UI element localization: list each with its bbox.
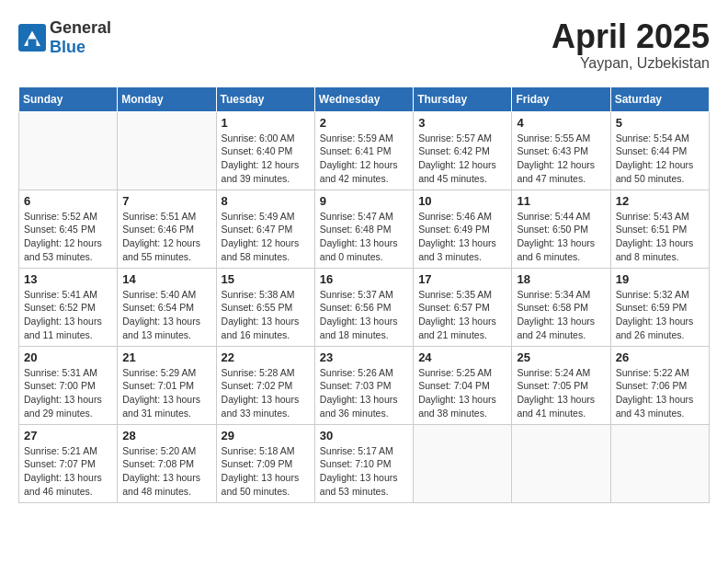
day-detail: Sunrise: 5:37 AM Sunset: 6:56 PM Dayligh… bbox=[320, 288, 408, 342]
day-number: 17 bbox=[418, 272, 506, 286]
day-detail: Sunrise: 5:59 AM Sunset: 6:41 PM Dayligh… bbox=[320, 132, 408, 186]
day-detail: Sunrise: 5:21 AM Sunset: 7:07 PM Dayligh… bbox=[24, 444, 112, 499]
calendar-cell: 10Sunrise: 5:46 AM Sunset: 6:49 PM Dayli… bbox=[414, 190, 512, 268]
day-detail: Sunrise: 5:38 AM Sunset: 6:55 PM Dayligh… bbox=[222, 288, 310, 342]
calendar-cell: 28Sunrise: 5:20 AM Sunset: 7:08 PM Dayli… bbox=[118, 424, 216, 502]
day-detail: Sunrise: 5:49 AM Sunset: 6:47 PM Dayligh… bbox=[222, 210, 310, 264]
calendar-cell: 22Sunrise: 5:28 AM Sunset: 7:02 PM Dayli… bbox=[216, 346, 314, 424]
day-detail: Sunrise: 5:28 AM Sunset: 7:02 PM Dayligh… bbox=[222, 366, 310, 420]
calendar-cell: 19Sunrise: 5:32 AM Sunset: 6:59 PM Dayli… bbox=[610, 268, 709, 346]
day-number: 21 bbox=[122, 350, 210, 364]
day-number: 19 bbox=[616, 272, 704, 286]
day-number: 3 bbox=[418, 116, 506, 130]
day-detail: Sunrise: 5:20 AM Sunset: 7:08 PM Dayligh… bbox=[122, 444, 210, 499]
logo-blue: Blue bbox=[50, 38, 111, 57]
day-number: 1 bbox=[222, 116, 310, 130]
calendar-cell: 7Sunrise: 5:51 AM Sunset: 6:46 PM Daylig… bbox=[118, 190, 216, 268]
day-detail: Sunrise: 6:00 AM Sunset: 6:40 PM Dayligh… bbox=[222, 132, 310, 186]
day-detail: Sunrise: 5:55 AM Sunset: 6:43 PM Dayligh… bbox=[517, 132, 605, 186]
calendar-cell: 2Sunrise: 5:59 AM Sunset: 6:41 PM Daylig… bbox=[314, 111, 413, 190]
month-title: April 2025 bbox=[552, 18, 710, 55]
calendar-cell: 26Sunrise: 5:22 AM Sunset: 7:06 PM Dayli… bbox=[610, 346, 709, 424]
day-detail: Sunrise: 5:17 AM Sunset: 7:10 PM Dayligh… bbox=[320, 444, 408, 499]
day-number: 16 bbox=[320, 272, 408, 286]
day-number: 13 bbox=[24, 272, 112, 286]
calendar-cell bbox=[512, 424, 610, 502]
weekday-header-tuesday: Tuesday bbox=[216, 86, 314, 111]
calendar-cell: 8Sunrise: 5:49 AM Sunset: 6:47 PM Daylig… bbox=[216, 190, 314, 268]
day-detail: Sunrise: 5:31 AM Sunset: 7:00 PM Dayligh… bbox=[24, 366, 112, 420]
calendar-cell: 4Sunrise: 5:55 AM Sunset: 6:43 PM Daylig… bbox=[512, 111, 610, 190]
day-detail: Sunrise: 5:43 AM Sunset: 6:51 PM Dayligh… bbox=[616, 210, 704, 264]
day-number: 6 bbox=[24, 194, 112, 208]
calendar-cell: 12Sunrise: 5:43 AM Sunset: 6:51 PM Dayli… bbox=[610, 190, 709, 268]
day-number: 29 bbox=[222, 429, 310, 442]
day-detail: Sunrise: 5:35 AM Sunset: 6:57 PM Dayligh… bbox=[418, 288, 506, 342]
day-number: 30 bbox=[320, 429, 408, 442]
day-detail: Sunrise: 5:32 AM Sunset: 6:59 PM Dayligh… bbox=[616, 288, 704, 342]
day-number: 7 bbox=[122, 194, 210, 208]
day-detail: Sunrise: 5:26 AM Sunset: 7:03 PM Dayligh… bbox=[320, 366, 408, 420]
weekday-header-saturday: Saturday bbox=[610, 86, 709, 111]
day-detail: Sunrise: 5:51 AM Sunset: 6:46 PM Dayligh… bbox=[122, 210, 210, 264]
calendar-cell: 16Sunrise: 5:37 AM Sunset: 6:56 PM Dayli… bbox=[314, 268, 413, 346]
week-row-1: 1Sunrise: 6:00 AM Sunset: 6:40 PM Daylig… bbox=[19, 111, 710, 190]
calendar-cell: 21Sunrise: 5:29 AM Sunset: 7:01 PM Dayli… bbox=[118, 346, 216, 424]
day-number: 5 bbox=[616, 116, 704, 130]
calendar-cell bbox=[610, 424, 709, 502]
day-number: 14 bbox=[122, 272, 210, 286]
calendar-cell: 15Sunrise: 5:38 AM Sunset: 6:55 PM Dayli… bbox=[216, 268, 314, 346]
day-number: 26 bbox=[616, 350, 704, 364]
day-number: 15 bbox=[222, 272, 310, 286]
week-row-3: 13Sunrise: 5:41 AM Sunset: 6:52 PM Dayli… bbox=[19, 268, 710, 346]
day-detail: Sunrise: 5:24 AM Sunset: 7:05 PM Dayligh… bbox=[517, 366, 605, 420]
day-number: 28 bbox=[122, 429, 210, 442]
location: Yaypan, Uzbekistan bbox=[552, 55, 710, 72]
day-detail: Sunrise: 5:18 AM Sunset: 7:09 PM Dayligh… bbox=[222, 444, 310, 499]
day-number: 18 bbox=[517, 272, 605, 286]
day-detail: Sunrise: 5:41 AM Sunset: 6:52 PM Dayligh… bbox=[24, 288, 112, 342]
weekday-header-sunday: Sunday bbox=[19, 86, 118, 111]
day-number: 8 bbox=[222, 194, 310, 208]
logo-icon bbox=[18, 24, 46, 52]
calendar-cell: 9Sunrise: 5:47 AM Sunset: 6:48 PM Daylig… bbox=[314, 190, 413, 268]
calendar-cell: 3Sunrise: 5:57 AM Sunset: 6:42 PM Daylig… bbox=[414, 111, 512, 190]
day-detail: Sunrise: 5:52 AM Sunset: 6:45 PM Dayligh… bbox=[24, 210, 112, 264]
day-detail: Sunrise: 5:29 AM Sunset: 7:01 PM Dayligh… bbox=[122, 366, 210, 420]
day-number: 20 bbox=[24, 350, 112, 364]
logo-general: General bbox=[50, 18, 111, 38]
calendar-cell: 5Sunrise: 5:54 AM Sunset: 6:44 PM Daylig… bbox=[610, 111, 709, 190]
week-row-4: 20Sunrise: 5:31 AM Sunset: 7:00 PM Dayli… bbox=[19, 346, 710, 424]
calendar-cell: 25Sunrise: 5:24 AM Sunset: 7:05 PM Dayli… bbox=[512, 346, 610, 424]
day-number: 2 bbox=[320, 116, 408, 130]
day-detail: Sunrise: 5:54 AM Sunset: 6:44 PM Dayligh… bbox=[616, 132, 704, 186]
day-number: 4 bbox=[517, 116, 605, 130]
calendar-cell bbox=[414, 424, 512, 502]
day-number: 10 bbox=[418, 194, 506, 208]
day-number: 11 bbox=[517, 194, 605, 208]
calendar-cell: 1Sunrise: 6:00 AM Sunset: 6:40 PM Daylig… bbox=[216, 111, 314, 190]
day-detail: Sunrise: 5:57 AM Sunset: 6:42 PM Dayligh… bbox=[418, 132, 506, 186]
calendar-cell: 24Sunrise: 5:25 AM Sunset: 7:04 PM Dayli… bbox=[414, 346, 512, 424]
page-header: General Blue April 2025 Yaypan, Uzbekist… bbox=[18, 18, 710, 72]
day-detail: Sunrise: 5:22 AM Sunset: 7:06 PM Dayligh… bbox=[616, 366, 704, 420]
day-detail: Sunrise: 5:44 AM Sunset: 6:50 PM Dayligh… bbox=[517, 210, 605, 264]
svg-rect-2 bbox=[28, 40, 37, 47]
weekday-header-friday: Friday bbox=[512, 86, 610, 111]
calendar-cell bbox=[19, 111, 118, 190]
calendar-cell: 27Sunrise: 5:21 AM Sunset: 7:07 PM Dayli… bbox=[19, 424, 118, 502]
calendar-cell: 20Sunrise: 5:31 AM Sunset: 7:00 PM Dayli… bbox=[19, 346, 118, 424]
logo: General Blue bbox=[18, 18, 111, 57]
calendar-cell bbox=[118, 111, 216, 190]
day-number: 23 bbox=[320, 350, 408, 364]
calendar-cell: 17Sunrise: 5:35 AM Sunset: 6:57 PM Dayli… bbox=[414, 268, 512, 346]
logo-text: General Blue bbox=[50, 18, 111, 57]
calendar-cell: 30Sunrise: 5:17 AM Sunset: 7:10 PM Dayli… bbox=[314, 424, 413, 502]
calendar-cell: 23Sunrise: 5:26 AM Sunset: 7:03 PM Dayli… bbox=[314, 346, 413, 424]
weekday-header-thursday: Thursday bbox=[414, 86, 512, 111]
day-detail: Sunrise: 5:40 AM Sunset: 6:54 PM Dayligh… bbox=[122, 288, 210, 342]
day-detail: Sunrise: 5:25 AM Sunset: 7:04 PM Dayligh… bbox=[418, 366, 506, 420]
calendar-cell: 6Sunrise: 5:52 AM Sunset: 6:45 PM Daylig… bbox=[19, 190, 118, 268]
day-detail: Sunrise: 5:46 AM Sunset: 6:49 PM Dayligh… bbox=[418, 210, 506, 264]
week-row-5: 27Sunrise: 5:21 AM Sunset: 7:07 PM Dayli… bbox=[19, 424, 710, 502]
